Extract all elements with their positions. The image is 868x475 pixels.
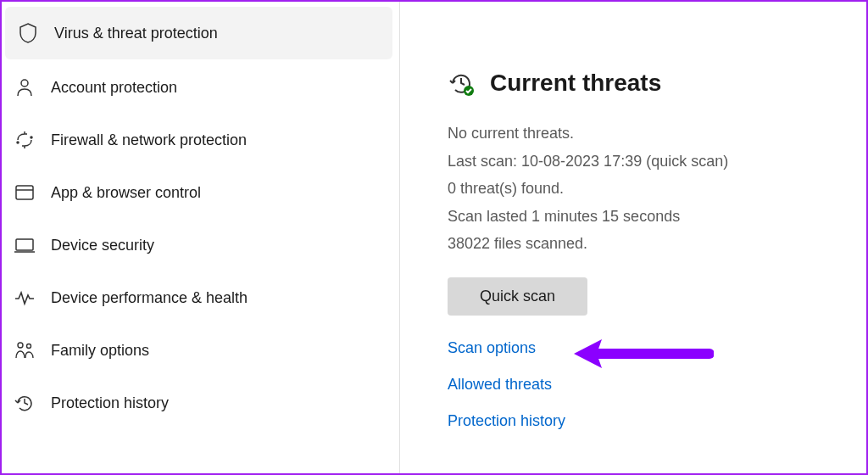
last-scan-text: Last scan: 10-08-2023 17:39 (quick scan) — [448, 148, 832, 175]
sidebar-item-label: Protection history — [51, 394, 169, 412]
svg-point-8 — [27, 344, 31, 349]
scan-status-icon — [448, 70, 475, 97]
sidebar-item-performance[interactable]: Device performance & health — [2, 271, 399, 324]
firewall-icon — [14, 129, 36, 151]
protection-history-link[interactable]: Protection history — [448, 412, 832, 430]
sidebar-item-label: Account protection — [51, 79, 177, 97]
svg-rect-5 — [16, 239, 33, 250]
files-scanned-text: 38022 files scanned. — [448, 231, 832, 257]
sidebar-item-label: App & browser control — [51, 184, 201, 202]
sidebar-item-app-browser[interactable]: App & browser control — [2, 166, 399, 219]
sidebar-item-label: Device security — [51, 237, 154, 254]
threats-found-text: 0 threat(s) found. — [448, 176, 832, 202]
scan-options-link[interactable]: Scan options — [448, 339, 832, 357]
app-browser-icon — [14, 182, 36, 204]
history-icon — [14, 392, 36, 414]
scan-duration-text: Scan lasted 1 minutes 15 seconds — [448, 204, 832, 230]
sidebar-item-device-security[interactable]: Device security — [2, 219, 399, 271]
no-threats-text: No current threats. — [448, 120, 832, 147]
family-icon — [14, 339, 36, 361]
sidebar-item-firewall[interactable]: Firewall & network protection — [2, 114, 399, 166]
allowed-threats-link[interactable]: Allowed threats — [448, 376, 832, 394]
sidebar-item-family[interactable]: Family options — [2, 324, 399, 377]
device-icon — [14, 234, 36, 256]
current-threats-header: Current threats — [448, 70, 832, 97]
shield-icon — [17, 22, 39, 44]
sidebar-item-virus-threat[interactable]: Virus & threat protection — [5, 7, 392, 59]
svg-point-0 — [21, 80, 28, 87]
account-icon — [14, 76, 36, 98]
main-content: Current threats No current threats. Last… — [400, 2, 866, 473]
sidebar: Virus & threat protection Account protec… — [2, 2, 400, 473]
sidebar-item-label: Firewall & network protection — [51, 131, 247, 149]
threat-status-block: No current threats. Last scan: 10-08-202… — [448, 120, 832, 257]
current-threats-title: Current threats — [490, 70, 661, 97]
svg-rect-3 — [16, 186, 33, 199]
svg-point-2 — [31, 137, 32, 138]
sidebar-item-label: Device performance & health — [51, 289, 248, 307]
svg-point-7 — [18, 343, 23, 348]
sidebar-item-label: Virus & threat protection — [54, 25, 218, 42]
svg-point-1 — [17, 142, 19, 143]
quick-scan-button[interactable]: Quick scan — [448, 277, 587, 316]
sidebar-item-account[interactable]: Account protection — [2, 61, 399, 114]
sidebar-item-history[interactable]: Protection history — [2, 377, 399, 429]
performance-icon — [14, 287, 36, 309]
sidebar-item-label: Family options — [51, 342, 149, 360]
